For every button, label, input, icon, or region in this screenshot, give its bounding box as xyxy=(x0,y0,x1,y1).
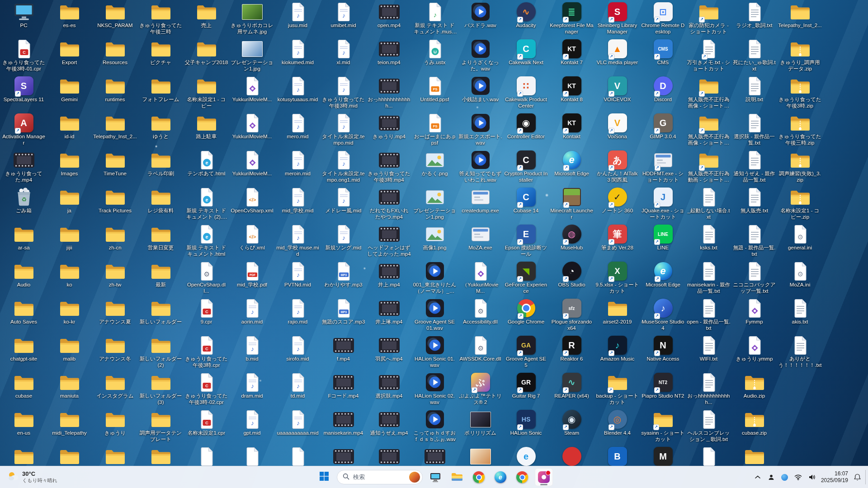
desktop-icon[interactable]: Cきゅうり食ってた午後3時-02.cpr xyxy=(184,371,229,408)
desktop-icon[interactable]: zh-cn xyxy=(92,222,138,259)
desktop-icon[interactable]: 名称未設定1 - コピー.zip xyxy=(777,185,823,222)
desktop-icon[interactable]: ♪きゅうり食ってた午後3時.mid xyxy=(321,74,366,111)
desktop-icon[interactable]: ♪mid_学校 muse.mid xyxy=(275,222,321,259)
desktop-icon[interactable]: midi_Telepathy xyxy=(47,408,92,445)
desktop-icon[interactable]: KT↗Kontakt 8 xyxy=(549,74,594,111)
desktop-icon[interactable]: 画像1.png xyxy=(412,222,458,259)
desktop-icon[interactable]: 新規エクスポート.wav xyxy=(458,111,503,148)
desktop-icon[interactable]: 答え知ってでもずいわこれ.wav xyxy=(458,148,503,185)
desktop-icon[interactable]: ラベル印刷 xyxy=(138,148,184,185)
desktop-icon[interactable]: かるく.png xyxy=(412,148,458,185)
desktop-icon[interactable]: ♪新規ソング.mid xyxy=(321,222,366,259)
desktop-icon[interactable]: chatgpt-site xyxy=(1,333,47,371)
desktop-icon[interactable]: Telepathy_Inst_2... xyxy=(92,111,138,148)
desktop-icon[interactable]: ラジオ_歌詞.txt xyxy=(731,0,777,37)
desktop-icon[interactable]: MoZA.exe xyxy=(458,222,503,259)
desktop-icon[interactable]: ko xyxy=(47,259,92,296)
desktop-icon[interactable]: ♪td.mid xyxy=(275,371,321,408)
desktop-icon[interactable]: id-id xyxy=(47,111,92,148)
desktop-icon[interactable]: V↗VoiSona xyxy=(594,111,640,148)
desktop-icon[interactable]: open - 親作品一覧.txt xyxy=(686,296,731,333)
desktop-icon[interactable]: PSUntitled.ppsf xyxy=(412,74,458,111)
pinned-chrome-secondary[interactable] xyxy=(513,468,531,486)
desktop-icon[interactable]: malib xyxy=(47,333,92,371)
desktop-icon[interactable]: ar-sa xyxy=(1,222,47,259)
desktop-icon[interactable]: N↗Native Access xyxy=(640,333,686,371)
desktop-icon[interactable]: ◉↗Controller Editor xyxy=(503,111,549,148)
desktop-icon[interactable]: createdump.exe xyxy=(458,185,503,222)
desktop-icon[interactable]: Telepathy_Inst_2... xyxy=(777,0,823,37)
desktop-icon[interactable]: 営業日変更 xyxy=(138,222,184,259)
desktop-icon[interactable]: </>くらび.xml xyxy=(229,222,275,259)
desktop-icon[interactable]: きゅうり食ってた.mp4 xyxy=(1,148,47,185)
desktop-icon[interactable]: おっhhhhhhhhhhhh... xyxy=(366,74,412,111)
desktop-icon[interactable]: Cきゅうり食ってた午後3時-01.cpr xyxy=(1,37,47,74)
weather-widget[interactable]: 30°C くもり時々晴れ xyxy=(4,468,61,487)
desktop-icon[interactable]: 井上琳.mp4 xyxy=(366,296,412,333)
wifi-icon[interactable] xyxy=(794,471,803,483)
desktop-icon[interactable]: TimeTune xyxy=(92,148,138,185)
desktop-icon[interactable]: ◉↗Steam xyxy=(549,408,594,445)
desktop-icon[interactable]: ♻ごみ箱 xyxy=(1,185,47,222)
desktop-icon[interactable]: MP3わかりやす.mp3 xyxy=(321,259,366,296)
desktop-icon[interactable]: 説明.txt xyxy=(731,74,777,111)
desktop-icon[interactable]: en-us xyxy=(1,408,47,445)
desktop-icon[interactable]: Cきゅうり食ってた午後3時.cpr xyxy=(184,333,229,371)
desktop-icon[interactable]: 通知うぜえ - 親作品一覧.txt xyxy=(731,148,777,185)
desktop-icon[interactable]: ↗無人販売不正行為画像 - ショートカッ... xyxy=(686,74,731,111)
pinned-chrome[interactable] xyxy=(470,468,488,486)
desktop-icon[interactable]: インスタグラム xyxy=(92,371,138,408)
desktop-icon[interactable]: ヘッドフォンはずしてよかった.mp4 xyxy=(366,222,412,259)
desktop-icon[interactable]: ヘルスコンプレッション＿歌詞.txt xyxy=(686,408,731,445)
desktop-icon[interactable]: C↗Cubase 14 xyxy=(503,185,549,222)
desktop-icon[interactable]: ♪gpt.mid xyxy=(229,408,275,445)
desktop-icon[interactable]: ポリリリズム xyxy=(458,408,503,445)
desktop-icon[interactable]: レジ袋有料 xyxy=(138,185,184,222)
desktop-icon[interactable]: jijii xyxy=(47,222,92,259)
desktop-icon[interactable]: 名称未設定1 - コピー xyxy=(184,74,229,111)
desktop-icon[interactable]: f.mp4 xyxy=(321,333,366,371)
desktop-icon[interactable]: あ↗かんたん！AITalk 3 関西風 xyxy=(594,148,640,185)
desktop-icon[interactable]: akis.txt xyxy=(777,296,823,333)
desktop-icon[interactable]: フォトフレーム xyxy=(138,74,184,111)
desktop-icon[interactable]: airset2-2019 xyxy=(594,296,640,333)
desktop-icon[interactable]: C↗Crypton Product Installer xyxy=(503,148,549,185)
desktop-icon[interactable]: ↗Google Chrome xyxy=(503,296,549,333)
desktop-icon[interactable]: ぷ↗ぷよぷよ™テトリス® 2 xyxy=(458,371,503,408)
desktop-icon[interactable]: きゅうり食ってた午後3時.mp4 xyxy=(366,148,412,185)
desktop-icon[interactable]: Auto Saves xyxy=(1,296,47,333)
desktop-icon[interactable]: ▲↗VLC media player xyxy=(594,37,640,74)
desktop-icon[interactable]: ♪sirofo.mid xyxy=(275,333,321,371)
desktop-icon[interactable]: ↗無人販売不正行為動画 - ショートカット xyxy=(686,148,731,185)
desktop-icon[interactable]: ニコニコバックアップ一覧.txt xyxy=(731,259,777,296)
desktop-icon[interactable]: ♪mid_学校.mid xyxy=(275,185,321,222)
desktop-icon[interactable]: ∷↗Cakewalk Product Center xyxy=(503,74,549,111)
desktop-icon[interactable]: D↗Discord xyxy=(640,74,686,111)
tray-app-icon[interactable] xyxy=(780,471,789,483)
desktop-icon[interactable]: きゅうり_調声用データ.zip xyxy=(777,37,823,74)
desktop-icon[interactable]: 井上.mp4 xyxy=(366,259,412,296)
desktop-icon[interactable]: ↗家の防犯カメラ - ショートカット xyxy=(686,0,731,37)
desktop-icon[interactable]: ♪メドレー風.mid xyxy=(321,185,366,222)
desktop-icon[interactable]: ◍↗MuseHub xyxy=(549,222,594,259)
desktop-icon[interactable]: Images xyxy=(47,148,92,185)
desktop-icon[interactable]: Track Pictures xyxy=(92,185,138,222)
desktop-icon[interactable]: ksks.txt xyxy=(686,222,731,259)
desktop-icon[interactable]: ゆうと xyxy=(138,111,184,148)
volume-icon[interactable] xyxy=(807,471,816,483)
desktop-icon[interactable]: Export xyxy=(47,37,92,74)
desktop-icon[interactable]: S↗SpectraLayers 11 xyxy=(1,74,47,111)
tray-chevron-up-icon[interactable] xyxy=(753,471,762,483)
desktop-icon[interactable]: es-es xyxy=(47,0,92,37)
desktop-icon[interactable]: ♪b.mid xyxy=(229,333,275,371)
desktop-icon[interactable]: eテンポあて.html xyxy=(184,148,229,185)
desktop-icon[interactable]: ∿↗Audacity xyxy=(503,0,549,37)
desktop-icon[interactable]: ピクチャ xyxy=(138,37,184,74)
desktop-icon[interactable]: ✓↗ノートン 360 xyxy=(594,185,640,222)
desktop-icon[interactable]: きゅうりボカコレ用サムネ.jpg xyxy=(229,0,275,37)
desktop-icon[interactable]: ∿↗REAPER (x64) xyxy=(549,371,594,408)
desktop-icon[interactable]: PC xyxy=(1,0,47,37)
desktop-icon[interactable]: ⚙OpenCvSharp.dll... xyxy=(184,259,229,296)
desktop-icon[interactable]: ♪新規 テキスト ドキュメント.musicxml xyxy=(412,0,458,37)
desktop-icon[interactable]: バスドラ.wav xyxy=(458,0,503,37)
